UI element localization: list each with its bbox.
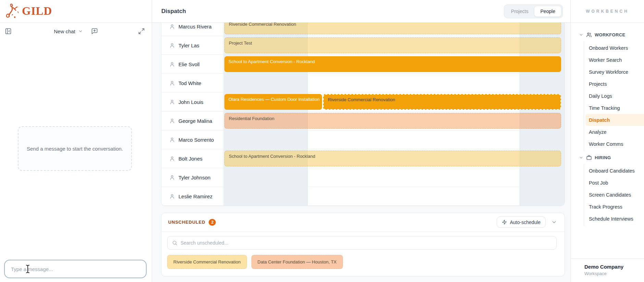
person-icon [169,156,175,162]
workspace-block[interactable]: Demo Company Workspace [571,258,644,282]
nav-item-onboard-workers[interactable]: Onboard Workers [584,42,644,54]
unscheduled-header: UNSCHEDULED 2 Auto-schedule [161,213,565,232]
nav-section-label: HIRING [595,155,611,160]
chat-empty-state: Send a message to start the conversation… [18,126,132,171]
nav-items-hiring: Onboard CandidatesPost JobScreen Candida… [584,164,644,226]
brand-wordmark: GILD [22,5,52,17]
person-icon [169,193,175,199]
workspace-type: Workspace [584,271,641,276]
worker-name: Marcus Rivera [178,24,212,30]
nav-item-schedule-interviews[interactable]: Schedule Interviews [584,213,644,225]
nav-items-workforce: Onboard WorkersWorker SearchSurvey Workf… [584,41,644,151]
timeline-cell [223,168,565,187]
person-icon [169,43,175,48]
nav-item-survey-workforce[interactable]: Survey Workforce [584,66,644,78]
worker-cell: George Malina [161,111,223,130]
nav-item-track-progress[interactable]: Track Progress [584,201,644,213]
chevron-down-icon [579,33,583,37]
timeline-cell: School to Apartment Conversion - Rocklan… [223,149,565,168]
chat-toolbar: New chat [0,23,152,40]
toggle-people[interactable]: People [534,6,561,17]
view-toggle: ProjectsPeople [504,4,563,18]
worker-row: Tyler LasProject Test [161,36,565,55]
unscheduled-panel: UNSCHEDULED 2 Auto-schedule Search unsch… [161,213,565,277]
timeline-cell [223,187,565,205]
schedule-bar[interactable]: Project Test [224,37,561,53]
nav-section-label: WORKFORCE [595,32,625,37]
workbench-title: WORKBENCH [571,0,644,23]
auto-schedule-button[interactable]: Auto-schedule [497,216,546,228]
schedule-bar[interactable]: Riverside Commercial Renovation [323,94,561,110]
main-header: Dispatch ProjectsPeople [152,0,570,23]
app-root: GILD New chat Send a message to start th… [0,0,644,282]
unscheduled-body: Search unscheduled... Riverside Commerci… [161,232,565,269]
gild-mascot-logo [4,3,21,20]
worker-name: Marco Sorrento [178,137,214,143]
unscheduled-chip[interactable]: Data Center Foundation — Houston, TX [251,255,343,269]
sidebar-collapse-icon[interactable] [5,28,12,35]
chat-message-input[interactable]: Type a message... [4,260,147,278]
schedule-bar[interactable]: School to Apartment Conversion - Rocklan… [224,151,561,166]
nav-item-projects[interactable]: Projects [584,78,644,90]
unscheduled-label: UNSCHEDULED [168,220,205,225]
chat-panel: GILD New chat Send a message to start th… [0,0,152,282]
worker-name: Elie Svoll [178,61,200,67]
schedule-bar[interactable]: Olara Residences — Custom Door Installat… [224,94,322,110]
new-message-icon[interactable] [91,28,98,35]
schedule-bar[interactable]: School to Apartment Conversion - Rocklan… [224,56,561,72]
worker-cell: Marco Sorrento [161,130,223,149]
schedule-bar[interactable]: Residential Foundation [224,113,561,129]
nav-item-time-tracking[interactable]: Time Tracking [584,102,644,114]
worker-name: Tod White [178,80,201,86]
worker-cell: Leslie Ramirez [161,187,223,205]
nav-item-dispatch[interactable]: Dispatch [585,114,644,126]
nav-item-worker-search[interactable]: Worker Search [584,54,644,66]
worker-cell: John Louis [161,93,223,111]
nav-section-workforce[interactable]: WORKFORCE [571,28,644,41]
dispatch-main-panel: Marcus RiveraRiverside Commercial Renova… [152,0,570,282]
expand-icon[interactable] [138,28,145,35]
nav-item-daily-logs[interactable]: Daily Logs [584,90,644,102]
new-chat-label: New chat [54,28,75,34]
collapse-chevron-icon[interactable] [551,219,557,225]
zap-icon [502,220,507,225]
page-title: Dispatch [161,8,186,15]
nav-item-analyze[interactable]: Analyze [584,126,644,138]
person-icon [169,99,175,105]
chat-input-placeholder: Type a message... [11,266,53,272]
timeline-cell: Olara Residences — Custom Door Installat… [223,93,565,111]
timeline-cell: Project Test [223,36,565,55]
person-icon [169,118,175,124]
timeline-cell: School to Apartment Conversion - Rocklan… [223,55,565,73]
worker-name: Tyler Johnson [178,175,210,180]
unscheduled-chip[interactable]: Riverside Commercial Renovation [167,255,247,269]
workbench-nav: WORKFORCEOnboard WorkersWorker SearchSur… [571,23,644,258]
unscheduled-search-input[interactable]: Search unscheduled... [167,236,557,250]
worker-name: Tyler Las [178,43,199,48]
chat-empty-text: Send a message to start the conversation… [27,146,123,152]
new-chat-dropdown[interactable]: New chat [54,28,98,35]
worker-cell: Elie Svoll [161,55,223,73]
timeline-cell [223,130,565,149]
worker-name: John Louis [178,99,203,105]
worker-row: John LouisOlara Residences — Custom Door… [161,93,565,111]
worker-name: Leslie Ramirez [178,193,212,199]
worker-row: George MalinaResidential Foundation [161,111,565,130]
nav-section-hiring[interactable]: HIRING [571,151,644,164]
timeline-cell: Residential Foundation [223,111,565,130]
worker-row: Bolt JonesSchool to Apartment Conversion… [161,149,565,168]
person-icon [169,175,175,180]
worker-name: Bolt Jones [178,156,202,162]
unscheduled-count-badge: 2 [209,219,216,226]
auto-schedule-label: Auto-schedule [510,220,541,225]
nav-item-onboard-candidates[interactable]: Onboard Candidates [584,165,644,177]
unscheduled-chips: Riverside Commercial RenovationData Cent… [167,255,557,269]
worker-row: Tyler Johnson [161,168,565,187]
nav-item-post-job[interactable]: Post Job [584,177,644,189]
toggle-projects[interactable]: Projects [505,6,534,17]
nav-item-screen-candidates[interactable]: Screen Candidates [584,189,644,201]
worker-cell: Tod White [161,74,223,92]
nav-item-worker-comms[interactable]: Worker Comms [584,138,644,150]
worker-row: Leslie Ramirez [161,187,565,206]
person-icon [169,61,175,67]
